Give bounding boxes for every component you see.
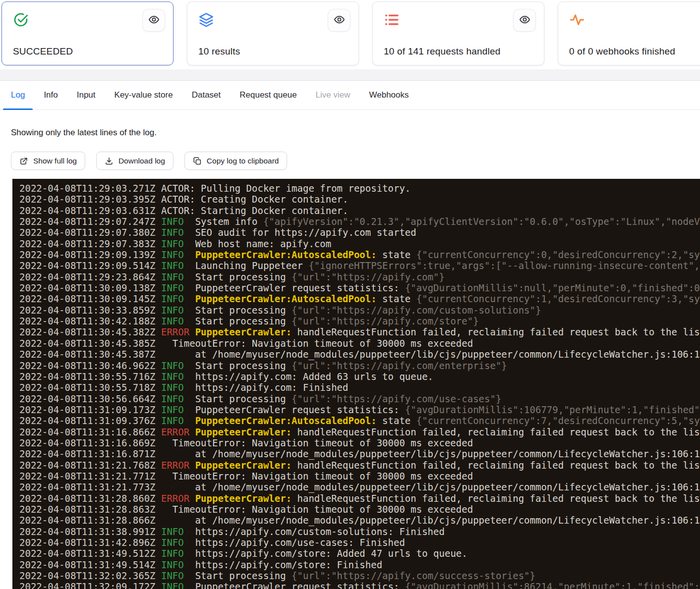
status-card-run-status: SUCCEEDED [1, 1, 174, 65]
tab-live-view: Live view [308, 81, 358, 109]
log-line: 2022-04-08T11:29:07.383Z INFO Web host n… [19, 238, 700, 249]
log-line: 2022-04-08T11:30:42.188Z INFO Start proc… [19, 316, 700, 326]
eye-icon [334, 14, 345, 27]
log-line: 2022-04-08T11:32:02.365Z INFO Start proc… [19, 570, 700, 581]
card-label-run-status: SUCCEEDED [13, 46, 165, 57]
log-line: 2022-04-08T11:32:09.172Z INFO PuppeteerC… [19, 581, 700, 589]
status-card-results: 10 results [187, 1, 359, 65]
log-toolbar: Show full logDownload logCopy log to cli… [11, 152, 700, 170]
download-icon [105, 157, 114, 165]
activity-icon [569, 12, 585, 28]
list-icon [384, 12, 400, 28]
eye-icon [148, 14, 160, 27]
log-line: 2022-04-08T11:29:07.380Z INFO SEO audit … [19, 227, 700, 238]
log-line: 2022-04-08T11:30:09.145Z INFO PuppeteerC… [19, 293, 700, 304]
status-cards: SUCCEEDED10 results10 of 141 requests ha… [0, 0, 700, 69]
button-label: Copy log to clipboard [207, 157, 279, 165]
tab-key-value-store[interactable]: Key-value store [107, 81, 181, 109]
button-label: Download log [118, 157, 165, 165]
eye-button-run-status[interactable] [142, 9, 165, 32]
copy-icon [193, 157, 202, 165]
eye-icon [519, 14, 530, 27]
log-line: 2022-04-08T11:31:49.514Z INFO https://ap… [19, 559, 700, 570]
log-line: 2022-04-08T11:31:49.512Z INFO https://ap… [19, 548, 700, 559]
log-line: 2022-04-08T11:31:09.376Z INFO PuppeteerC… [19, 415, 700, 426]
tab-log[interactable]: Log [3, 81, 33, 109]
card-label-requests: 10 of 141 requests handled [384, 46, 536, 57]
log-line: 2022-04-08T11:31:16.871Z at /home/myuser… [19, 448, 700, 459]
card-label-results: 10 results [198, 46, 350, 57]
log-line: 2022-04-08T11:30:09.138Z INFO PuppeteerC… [19, 282, 700, 293]
log-line: 2022-04-08T11:30:55.718Z INFO https://ap… [19, 382, 700, 393]
log-line: 2022-04-08T11:31:38.991Z INFO https://ap… [19, 526, 700, 537]
log-line: 2022-04-08T11:29:03.631Z ACTOR: Starting… [19, 205, 700, 216]
log-line: 2022-04-08T11:31:28.863Z TimeoutError: N… [19, 504, 700, 515]
tab-request-queue[interactable]: Request queue [232, 81, 304, 109]
log-line: 2022-04-08T11:30:55.716Z INFO https://ap… [19, 371, 700, 382]
log-output[interactable]: 2022-04-08T11:29:03.271Z ACTOR: Pulling … [12, 179, 700, 589]
log-line: 2022-04-08T11:31:21.771Z TimeoutError: N… [19, 471, 700, 482]
log-line: 2022-04-08T11:31:42.896Z INFO https://ap… [19, 537, 700, 548]
copy-log-button[interactable]: Copy log to clipboard [184, 152, 288, 170]
log-line: 2022-04-08T11:31:28.866Z at /home/myuser… [19, 515, 700, 526]
tab-bar: LogInfoInputKey-value storeDatasetReques… [0, 81, 700, 110]
log-line: 2022-04-08T11:31:09.173Z INFO PuppeteerC… [19, 404, 700, 415]
log-line: 2022-04-08T11:30:45.382Z ERROR Puppeteer… [19, 326, 700, 337]
show-full-log-button[interactable]: Show full log [11, 152, 85, 170]
button-label: Show full log [33, 157, 77, 165]
log-line: 2022-04-08T11:29:03.395Z ACTOR: Creating… [19, 194, 700, 205]
layers-icon [198, 12, 214, 28]
log-line: 2022-04-08T11:30:45.385Z TimeoutError: N… [19, 338, 700, 349]
external-link-icon [19, 157, 28, 165]
section-divider [0, 69, 700, 81]
log-line: 2022-04-08T11:30:33.859Z INFO Start proc… [19, 305, 700, 316]
status-card-webhooks: 0 of 0 webhooks finished [558, 1, 700, 65]
tab-dataset[interactable]: Dataset [184, 81, 229, 109]
log-tab-panel: Showing only the latest lines of the log… [0, 128, 700, 589]
log-line: 2022-04-08T11:29:09.139Z INFO PuppeteerC… [19, 249, 700, 260]
tab-webhooks[interactable]: Webhooks [361, 81, 417, 109]
log-line: 2022-04-08T11:31:16.869Z TimeoutError: N… [19, 437, 700, 448]
eye-button-requests[interactable] [513, 9, 536, 32]
log-line: 2022-04-08T11:31:28.860Z ERROR Puppeteer… [19, 493, 700, 504]
log-line: 2022-04-08T11:29:03.271Z ACTOR: Pulling … [19, 183, 700, 194]
log-line: 2022-04-08T11:31:21.768Z ERROR Puppeteer… [19, 460, 700, 471]
eye-button-results[interactable] [328, 9, 350, 32]
status-card-requests: 10 of 141 requests handled [372, 1, 544, 65]
log-line: 2022-04-08T11:31:16.866Z ERROR Puppeteer… [19, 427, 700, 437]
log-notice: Showing only the latest lines of the log… [11, 128, 700, 138]
check-circle-icon [13, 12, 29, 28]
log-line: 2022-04-08T11:31:21.773Z at /home/myuser… [19, 482, 700, 492]
log-line: 2022-04-08T11:29:07.247Z INFO System inf… [19, 216, 700, 227]
log-line: 2022-04-08T11:29:23.864Z INFO Start proc… [19, 271, 700, 282]
tab-input[interactable]: Input [69, 81, 104, 109]
tab-info[interactable]: Info [36, 81, 65, 109]
log-line: 2022-04-08T11:30:45.387Z at /home/myuser… [19, 349, 700, 360]
card-label-webhooks: 0 of 0 webhooks finished [569, 46, 700, 57]
log-line: 2022-04-08T11:29:09.514Z INFO Launching … [19, 260, 700, 271]
log-line: 2022-04-08T11:30:56.664Z INFO Start proc… [19, 393, 700, 404]
log-line: 2022-04-08T11:30:46.962Z INFO Start proc… [19, 360, 700, 371]
download-log-button[interactable]: Download log [96, 152, 174, 170]
